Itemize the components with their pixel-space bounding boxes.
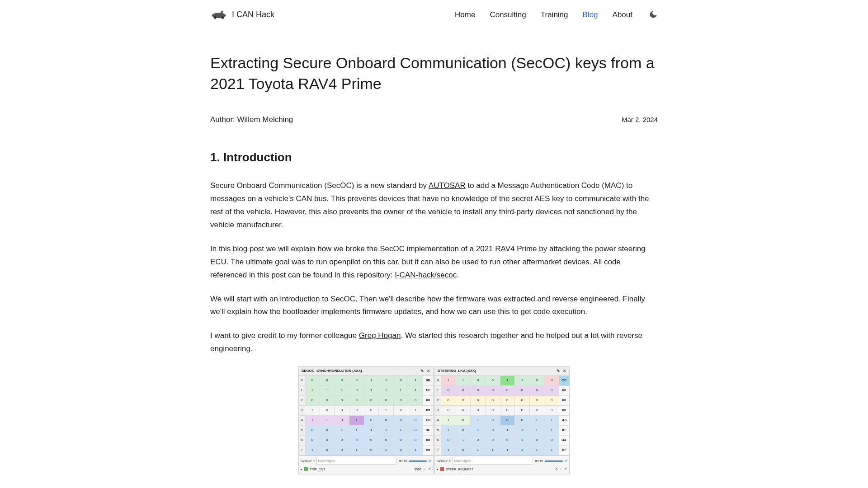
bit-cell: 0 [486, 386, 500, 396]
paragraph-1: Secure Onboard Communication (SecOC) is … [210, 179, 658, 232]
edit-icon[interactable]: ✎ [420, 368, 424, 374]
nav-home[interactable]: Home [455, 9, 475, 21]
nav-consulting[interactable]: Consulting [490, 9, 526, 21]
bit-cell: 1 [408, 446, 423, 455]
bit-cell: 0 [335, 416, 349, 426]
svg-point-2 [221, 16, 224, 19]
close-icon[interactable]: ✕ [563, 368, 566, 374]
row-index: 4 [299, 416, 305, 426]
signal-color [304, 467, 308, 471]
bit-cell: 0 [364, 416, 379, 426]
bit-cell: 0 [471, 376, 486, 386]
bit-cell: 0 [349, 396, 364, 406]
bit-cell: 0 [544, 396, 559, 406]
link-greg-hogan[interactable]: Greg Hogan [359, 331, 401, 340]
link-autosar[interactable]: AUTOSAR [429, 181, 466, 190]
chevron-icon[interactable]: ▸ [437, 467, 439, 472]
bit-cell: 1 [408, 386, 423, 396]
svg-point-1 [214, 16, 217, 19]
theme-toggle[interactable] [649, 10, 658, 19]
bit-cell: 0 [471, 396, 486, 406]
bit-cell: 0 [456, 386, 471, 396]
author: Author: Willem Melching [210, 113, 293, 126]
site-header: I CAN Hack Home Consulting Training Blog… [210, 0, 658, 29]
hex-cell: BF [559, 446, 569, 455]
bit-cell: 1 [530, 446, 545, 455]
edit-icon[interactable]: ✎ [557, 368, 560, 374]
hex-cell: 95 [423, 446, 433, 455]
paragraph-3: We will start with an introduction to Se… [210, 293, 658, 319]
time-label: 00:15 [535, 459, 543, 464]
filter-input[interactable]: Filter Signal [453, 458, 533, 465]
bit-cell: 1 [456, 376, 471, 386]
nav-training[interactable]: Training [541, 9, 568, 21]
bit-cell: 0 [408, 396, 423, 406]
bit-row: 0000011010D [299, 376, 433, 386]
bit-cell: 0 [320, 436, 335, 446]
panel-secoc-sync: SECOC_SYNCHRONIZATION (XXX) ✎ ✕ 00000110… [298, 366, 434, 474]
bit-row: 510101111AF [435, 426, 569, 436]
bit-cell: 1 [320, 416, 335, 426]
bit-cell: 1 [379, 386, 394, 396]
bit-cell: 1 [408, 376, 423, 386]
row-index: 1 [435, 386, 441, 396]
hex-cell: A3 [559, 416, 569, 426]
bit-cell: 1 [349, 426, 364, 436]
bit-cell: 0 [500, 436, 515, 446]
chart-icon[interactable]: ⟋ [423, 467, 426, 472]
bit-cell: 1 [544, 446, 559, 455]
brand[interactable]: I CAN Hack [210, 8, 274, 21]
slider[interactable] [545, 460, 563, 462]
remove-icon[interactable]: ✕ [428, 466, 431, 472]
bit-row: 20000000000 [435, 396, 569, 406]
bit-cell: 0 [394, 406, 409, 416]
bit-cell: 0 [530, 436, 545, 446]
expand-icon[interactable]: ⊡ [565, 459, 567, 464]
bit-row: 31000010185 [299, 406, 433, 416]
link-openpilot[interactable]: openpilot [329, 258, 360, 266]
row-index: 6 [435, 436, 441, 446]
author-label: Author: [210, 115, 235, 124]
bit-cell: 1 [394, 426, 409, 436]
signal-color [440, 467, 444, 471]
bit-cell: 0 [500, 396, 515, 406]
bit-cell: 0 [530, 376, 545, 386]
row-index: 4 [435, 416, 441, 426]
bit-cell: 0 [544, 436, 559, 446]
bit-cell: 0 [500, 416, 515, 426]
expand-icon[interactable]: ⊡ [429, 459, 431, 464]
bit-cell: 0 [515, 416, 530, 426]
bit-cell: 0 [500, 406, 515, 416]
bit-cell: 1 [305, 386, 320, 396]
row-index: 0 [435, 376, 441, 386]
filter-input[interactable]: Filter Signal [316, 458, 397, 465]
remove-icon[interactable]: ✕ [564, 466, 567, 472]
chevron-icon[interactable]: ▸ [301, 467, 302, 472]
article-meta: Author: Willem Melching Mar 2, 2024 [210, 113, 658, 126]
bit-cell: 1 [335, 386, 349, 396]
hex-cell: 85 [423, 406, 433, 416]
bit-cell: 0 [544, 376, 559, 386]
bit-cell: 1 [544, 416, 559, 426]
bit-cell: 1 [515, 446, 530, 455]
nav-about[interactable]: About [613, 9, 632, 21]
bit-cell: 0 [305, 426, 320, 436]
nav-blog[interactable]: Blog [583, 9, 598, 21]
hex-cell: 3E [423, 426, 433, 436]
bit-cell: 0 [530, 396, 545, 406]
close-icon[interactable]: ✕ [427, 368, 430, 374]
bit-cell: 1 [500, 426, 515, 436]
bit-cell: 0 [335, 446, 349, 455]
signal-value: 3567 [414, 467, 421, 472]
bit-cell: 0 [530, 406, 545, 416]
hex-cell: 0D [423, 376, 433, 386]
link-repo[interactable]: I-CAN-hack/secoc [395, 271, 457, 279]
bit-cell: 0 [515, 386, 530, 396]
bit-cell: 0 [486, 406, 500, 416]
bit-cell: 1 [441, 376, 456, 386]
bit-cell: 1 [500, 376, 515, 386]
row-index: 1 [299, 386, 305, 396]
bit-row: 411010000D0 [299, 416, 433, 426]
chart-icon[interactable]: ⟋ [559, 467, 562, 472]
slider[interactable] [409, 460, 427, 462]
